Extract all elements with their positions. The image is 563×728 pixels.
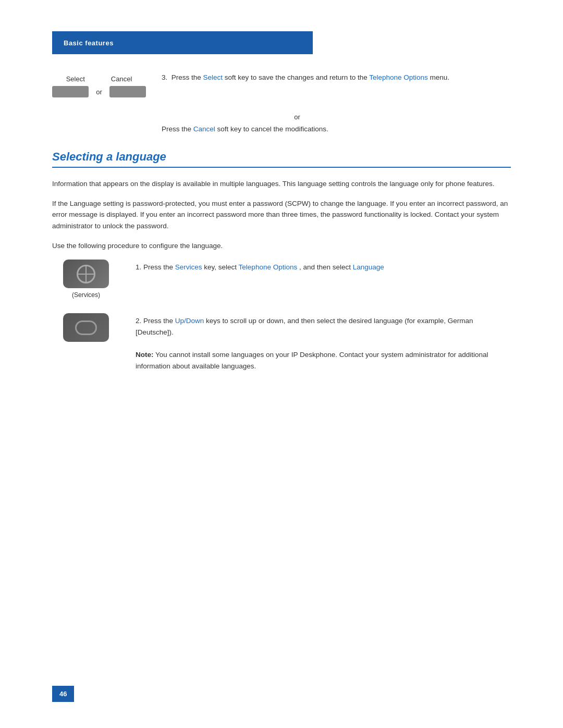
paragraph-1: Information that appears on the display … <box>52 178 511 190</box>
nav-icon-area <box>52 313 120 345</box>
inst1-mid: key, select <box>202 263 239 271</box>
language-link[interactable]: Language <box>353 263 384 271</box>
inst1-prefix: Press the <box>143 263 175 271</box>
services-icon-box <box>63 260 109 288</box>
instruction2-text: 2. Press the Up/Down keys to scroll up o… <box>136 313 511 372</box>
cancel-suffix: soft key to cancel the modifications. <box>215 125 328 133</box>
page: Basic features Select Cancel or 3. Press… <box>0 0 563 728</box>
instruction-row-2: 2. Press the Up/Down keys to scroll up o… <box>52 313 511 372</box>
step3-end: menu. <box>428 73 449 81</box>
services-icon-caption: (Services) <box>72 291 100 299</box>
button-labels: Select Cancel <box>66 75 132 83</box>
globe-icon <box>77 265 95 283</box>
button-row: or <box>52 86 146 97</box>
services-link[interactable]: Services <box>175 263 202 271</box>
telephone-options-link2[interactable]: Telephone Options <box>239 263 298 271</box>
inst1-num: 1. <box>136 263 141 271</box>
header-banner: Basic features <box>52 31 313 54</box>
step3-section: Select Cancel or 3. Press the Select sof… <box>52 70 511 97</box>
paragraph-3: Use the following procedure to configure… <box>52 240 511 252</box>
paragraph-2: If the Language setting is password-prot… <box>52 198 511 232</box>
cancel-button-img <box>109 86 146 97</box>
telephone-options-link[interactable]: Telephone Options <box>369 73 428 81</box>
or-between: or <box>83 113 511 121</box>
cancel-prefix: Press the <box>162 125 193 133</box>
step3-prefix: 3. Press the <box>162 73 203 81</box>
inst2-prefix: Press the <box>143 317 175 325</box>
step3-text: 3. Press the Select soft key to save the… <box>162 70 511 83</box>
cancel-text: Press the Cancel soft key to cancel the … <box>162 124 511 134</box>
step3-mid: soft key to save the changes and return … <box>223 73 369 81</box>
inst2-num: 2. <box>136 317 141 325</box>
cancel-link[interactable]: Cancel <box>193 125 215 133</box>
select-button-img <box>52 86 89 97</box>
cancel-label: Cancel <box>111 75 132 83</box>
updown-link[interactable]: Up/Down <box>175 317 204 325</box>
page-footer: 46 <box>52 686 74 702</box>
note-label: Note: <box>136 351 154 359</box>
instruction-row-1: (Services) 1. Press the Services key, se… <box>52 260 511 299</box>
note-text: You cannot install some languages on you… <box>136 351 488 370</box>
select-label: Select <box>66 75 85 83</box>
button-group: Select Cancel or <box>52 70 146 97</box>
nav-oval-icon <box>75 320 97 335</box>
services-icon-area: (Services) <box>52 260 120 299</box>
or-label: or <box>96 88 102 96</box>
section-heading: Selecting a language <box>52 150 511 168</box>
header-banner-text: Basic features <box>64 39 114 47</box>
instruction1-text: 1. Press the Services key, select Teleph… <box>136 260 511 273</box>
select-link[interactable]: Select <box>203 73 223 81</box>
nav-icon-box <box>63 313 109 342</box>
page-number: 46 <box>52 686 74 702</box>
inst1-mid2: , and then select <box>297 263 353 271</box>
